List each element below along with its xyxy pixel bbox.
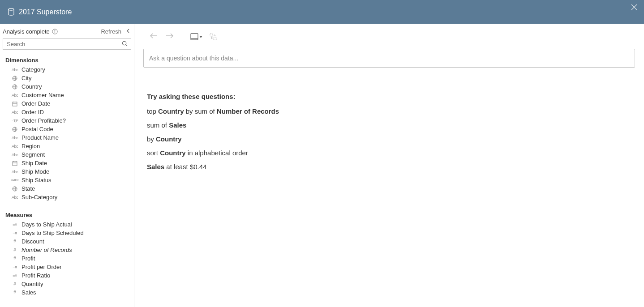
field-type-icon: # xyxy=(11,247,19,252)
svg-rect-14 xyxy=(13,102,17,106)
field-name: Ship Mode xyxy=(21,168,49,175)
viz-type-button[interactable] xyxy=(190,33,202,40)
measures-heading: Measures xyxy=(0,207,134,220)
field-item[interactable]: #Discount xyxy=(0,237,134,246)
field-item[interactable]: =#Days to Ship Actual xyxy=(0,220,134,229)
field-type-icon: # xyxy=(11,281,19,286)
suggestion-item[interactable]: sort Country in alphabetical order xyxy=(147,149,635,157)
field-type-icon: Abc xyxy=(11,110,19,115)
field-type-icon: Abc xyxy=(11,195,19,200)
field-type-icon: =# xyxy=(11,222,19,227)
field-name: Product Name xyxy=(21,134,59,141)
field-name: City xyxy=(21,75,31,81)
field-type-icon: # xyxy=(11,290,19,295)
field-item[interactable]: #Number of Records xyxy=(0,246,134,254)
dimensions-list: AbcCategoryCityCountryAbcCustomer NameOr… xyxy=(0,65,134,201)
field-item[interactable]: Postal Code xyxy=(0,125,134,133)
search-icon xyxy=(122,40,128,48)
field-item[interactable]: Ship Date xyxy=(0,159,134,167)
field-item[interactable]: =#Profit per Order xyxy=(0,263,134,271)
suggestions-title: Try asking these questions: xyxy=(147,93,635,100)
field-type-icon: Abc xyxy=(11,144,19,149)
field-item[interactable]: =AbcShip Status xyxy=(0,176,134,184)
field-item[interactable]: AbcSub-Category xyxy=(0,193,134,201)
field-item[interactable]: #Quantity xyxy=(0,280,134,288)
field-item[interactable]: #Profit xyxy=(0,254,134,263)
field-name: Country xyxy=(21,83,42,90)
search-input[interactable] xyxy=(3,38,131,50)
field-name: Category xyxy=(21,66,45,73)
svg-rect-31 xyxy=(214,37,216,40)
datasource-title: 2017 Superstore xyxy=(19,8,72,16)
field-item[interactable]: AbcCustomer Name xyxy=(0,91,134,99)
field-type-icon xyxy=(11,101,19,107)
field-type-icon: =# xyxy=(11,265,19,269)
field-item[interactable]: State xyxy=(0,184,134,193)
svg-line-7 xyxy=(126,44,127,46)
suggestion-item[interactable]: by Country xyxy=(147,135,635,143)
field-type-icon xyxy=(11,161,19,166)
field-type-icon xyxy=(11,76,19,81)
field-name: Ship Status xyxy=(21,177,52,183)
field-item[interactable]: AbcShip Mode xyxy=(0,167,134,176)
suggestion-item[interactable]: sum of Sales xyxy=(147,121,635,129)
field-item[interactable]: AbcCategory xyxy=(0,65,134,74)
field-type-icon: Abc xyxy=(11,68,19,72)
suggestion-item[interactable]: Sales at least $0.44 xyxy=(147,163,635,171)
field-name: Profit per Order xyxy=(21,264,62,270)
svg-rect-28 xyxy=(191,34,198,40)
field-name: Number of Records xyxy=(21,247,72,253)
field-item[interactable]: AbcRegion xyxy=(0,142,134,150)
field-name: Segment xyxy=(21,151,45,158)
svg-rect-30 xyxy=(210,34,213,36)
suggestion-item[interactable]: top Country by sum of Number of Records xyxy=(147,107,635,115)
field-item[interactable]: =#Days to Ship Scheduled xyxy=(0,229,134,237)
field-type-icon: # xyxy=(11,256,19,261)
field-name: Profit xyxy=(21,255,35,262)
svg-point-5 xyxy=(55,30,55,30)
swap-button[interactable] xyxy=(210,33,217,40)
collapse-sidebar-button[interactable] xyxy=(125,27,131,36)
field-name: Profit Ratio xyxy=(21,272,50,279)
refresh-button[interactable]: Refresh xyxy=(101,28,121,35)
field-name: Days to Ship Scheduled xyxy=(21,230,84,236)
field-type-icon: =Abc xyxy=(11,178,19,182)
field-item[interactable]: AbcSegment xyxy=(0,150,134,159)
field-name: Order Profitable? xyxy=(21,117,66,124)
svg-point-6 xyxy=(122,41,126,45)
field-name: Order Date xyxy=(21,100,50,107)
field-type-icon: Abc xyxy=(11,136,19,140)
field-item[interactable]: Order Date xyxy=(0,99,134,108)
back-button[interactable] xyxy=(148,31,159,43)
field-type-icon: Abc xyxy=(11,153,19,157)
svg-rect-21 xyxy=(13,162,17,166)
field-type-icon: Abc xyxy=(11,170,19,174)
suggestions: Try asking these questions: top Country … xyxy=(134,68,644,171)
field-item[interactable]: =#Profit Ratio xyxy=(0,271,134,280)
ask-data-input[interactable]: Ask a question about this data... xyxy=(143,49,635,68)
field-type-icon: =# xyxy=(11,273,19,278)
measures-list: =#Days to Ship Actual=#Days to Ship Sche… xyxy=(0,220,134,297)
chevron-down-icon xyxy=(199,36,202,38)
field-name: Discount xyxy=(21,238,44,245)
field-type-icon xyxy=(11,84,19,90)
field-item[interactable]: =T|FOrder Profitable? xyxy=(0,116,134,125)
field-name: Ship Date xyxy=(21,160,47,166)
info-icon[interactable] xyxy=(52,29,58,34)
toolbar xyxy=(134,24,644,47)
analysis-status: Analysis complete xyxy=(3,28,58,35)
field-item[interactable]: #Sales xyxy=(0,288,134,297)
field-item[interactable]: AbcProduct Name xyxy=(0,133,134,142)
field-name: Order ID xyxy=(21,109,44,115)
field-item[interactable]: Country xyxy=(0,82,134,91)
svg-point-0 xyxy=(9,9,14,10)
field-name: Days to Ship Actual xyxy=(21,221,72,228)
close-button[interactable] xyxy=(631,4,638,13)
sidebar: Analysis complete Refresh Dimensions A xyxy=(0,24,134,307)
field-type-icon xyxy=(11,186,19,192)
field-item[interactable]: City xyxy=(0,74,134,82)
field-name: Sub-Category xyxy=(21,194,57,200)
field-item[interactable]: AbcOrder ID xyxy=(0,108,134,116)
field-name: Region xyxy=(21,143,40,149)
forward-button[interactable] xyxy=(164,31,176,43)
